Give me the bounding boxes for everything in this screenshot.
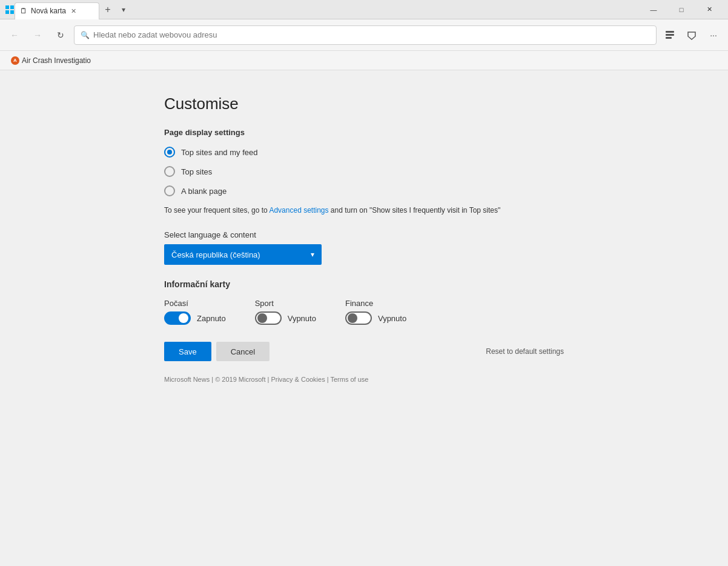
- pocket-button[interactable]: [682, 25, 701, 45]
- minimize-button[interactable]: —: [640, 0, 667, 19]
- tab-menu-button[interactable]: ▾: [116, 2, 131, 17]
- toggle-label-sport: Sport: [255, 299, 316, 308]
- refresh-button[interactable]: ↻: [51, 25, 70, 45]
- svg-rect-6: [666, 37, 672, 39]
- radio-option-blank[interactable]: A blank page: [164, 185, 564, 196]
- close-window-button[interactable]: ✕: [695, 0, 723, 19]
- cancel-button[interactable]: Cancel: [216, 342, 270, 361]
- language-section: Select language & content Česká republik…: [164, 230, 564, 265]
- toggle-group-finance: Finance Vypnuto: [345, 299, 406, 325]
- address-input[interactable]: [93, 30, 650, 39]
- tab-title: Nová karta: [31, 7, 66, 15]
- toggle-finance[interactable]: [345, 311, 372, 325]
- radio-option-feed[interactable]: Top sites and my feed: [164, 147, 564, 158]
- toggle-label-pocasi: Počasí: [164, 299, 226, 308]
- new-tab-button[interactable]: +: [99, 1, 116, 18]
- language-select[interactable]: Česká republika (čeština) ▾: [164, 244, 322, 265]
- svg-rect-4: [666, 31, 674, 33]
- lang-value: Česká republika (čeština): [171, 250, 260, 259]
- address-bar[interactable]: 🔍: [74, 25, 657, 45]
- radio-option-topsites[interactable]: Top sites: [164, 166, 564, 177]
- display-options: Top sites and my feed Top sites A blank …: [164, 147, 564, 196]
- info-text: To see your frequent sites, go to Advanc…: [164, 205, 564, 216]
- reading-list-button[interactable]: [660, 25, 680, 45]
- info-cards-title: Informační karty: [164, 279, 564, 289]
- windows-icon: [5, 5, 15, 15]
- more-button[interactable]: ···: [704, 25, 723, 45]
- radio-button-blank[interactable]: [164, 185, 175, 196]
- svg-rect-3: [10, 10, 14, 14]
- back-button[interactable]: ←: [5, 25, 24, 45]
- radio-label-topsites: Top sites: [181, 167, 212, 176]
- svg-rect-1: [10, 5, 14, 9]
- customise-panel: Customise Page display settings Top site…: [164, 70, 564, 566]
- footer-text: Microsoft News | © 2019 Microsoft | Priv…: [164, 376, 368, 383]
- info-suffix: and turn on "Show sites I frequently vis…: [329, 206, 501, 215]
- toggle-pocasi[interactable]: [164, 311, 191, 325]
- toggle-value-sport: Vypnuto: [288, 314, 316, 323]
- fav-site-label: Air Crash Investigatio: [22, 56, 91, 65]
- reset-link[interactable]: Reset to default settings: [486, 347, 564, 356]
- radio-label-blank: A blank page: [181, 187, 227, 196]
- page-title: Customise: [164, 95, 564, 113]
- toggle-row-finance: Vypnuto: [345, 311, 406, 325]
- info-prefix: To see your frequent sites, go to: [164, 206, 269, 215]
- display-settings-title: Page display settings: [164, 128, 564, 137]
- close-tab-button[interactable]: ✕: [70, 7, 78, 15]
- radio-button-feed[interactable]: [164, 147, 175, 158]
- maximize-button[interactable]: □: [667, 0, 695, 19]
- save-button[interactable]: Save: [164, 342, 211, 361]
- titlebar-left: [5, 5, 15, 15]
- toggle-group-sport: Sport Vypnuto: [255, 299, 316, 325]
- fav-item-air-crash[interactable]: A Air Crash Investigatio: [7, 55, 94, 66]
- active-tab[interactable]: 🗒 Nová karta ✕: [15, 2, 99, 19]
- toggle-row-sport: Vypnuto: [255, 311, 316, 325]
- actions-row: Save Cancel Reset to default settings: [164, 342, 564, 361]
- radio-button-topsites[interactable]: [164, 166, 175, 177]
- svg-rect-5: [666, 34, 674, 36]
- fav-site-icon: A: [11, 56, 19, 65]
- toggles-row: Počasí Zapnuto Sport Vypnuto: [164, 299, 564, 325]
- search-icon: 🔍: [81, 31, 90, 39]
- toggle-group-pocasi: Počasí Zapnuto: [164, 299, 226, 325]
- forward-button[interactable]: →: [28, 25, 47, 45]
- toggle-row-pocasi: Zapnuto: [164, 311, 226, 325]
- toggle-value-finance: Vypnuto: [378, 314, 406, 323]
- radio-dot-feed: [167, 150, 172, 155]
- lang-label: Select language & content: [164, 230, 564, 239]
- titlebar-controls: — □ ✕: [640, 0, 723, 19]
- favorites-bar: A Air Crash Investigatio: [0, 51, 728, 70]
- titlebar: 🗒 Nová karta ✕ + ▾ — □ ✕: [0, 0, 728, 19]
- toolbar-icons: ···: [660, 25, 723, 45]
- main-content: Customise Page display settings Top site…: [0, 70, 728, 566]
- toggle-value-pocasi: Zapnuto: [197, 314, 226, 323]
- toggle-sport[interactable]: [255, 311, 282, 325]
- tab-icon: 🗒: [20, 7, 27, 15]
- tab-bar: 🗒 Nová karta ✕ + ▾: [15, 0, 640, 19]
- advanced-settings-link[interactable]: Advanced settings: [269, 206, 328, 215]
- svg-rect-2: [5, 10, 9, 14]
- radio-label-feed: Top sites and my feed: [181, 148, 257, 157]
- addressbar: ← → ↻ 🔍 ···: [0, 19, 728, 51]
- toggle-thumb-pocasi: [179, 313, 188, 323]
- toggle-label-finance: Finance: [345, 299, 406, 308]
- toggle-thumb-sport: [257, 313, 267, 323]
- svg-rect-0: [5, 5, 9, 9]
- toggle-thumb-finance: [348, 313, 357, 323]
- chevron-down-icon: ▾: [311, 250, 314, 259]
- footer: Microsoft News | © 2019 Microsoft | Priv…: [164, 376, 564, 383]
